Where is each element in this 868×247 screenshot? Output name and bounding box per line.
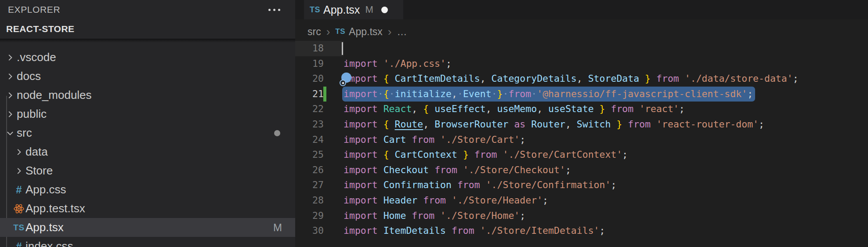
tree-item-label: docs: [17, 69, 41, 83]
line-text: import './App.css';: [324, 56, 452, 72]
folder-chevron: [4, 72, 17, 81]
line-number[interactable]: 21: [295, 87, 324, 102]
git-modified-gutter-marker: [323, 87, 326, 102]
tree-item-label: src: [17, 126, 32, 140]
tree-item-src[interactable]: src: [0, 123, 295, 142]
tree-item-label: index.css: [25, 240, 73, 247]
line-number[interactable]: 25: [295, 147, 324, 163]
code-line-26[interactable]: 26import Checkout from './Store/Checkout…: [295, 163, 868, 178]
tree-item-label: data: [25, 145, 48, 159]
code-line-25[interactable]: 25import { CartContext } from './Store/C…: [295, 147, 868, 163]
chevron-right-icon: [5, 109, 15, 119]
line-number[interactable]: 22: [295, 102, 324, 117]
tree-item-label: App.test.tsx: [25, 202, 85, 215]
tree-item-data[interactable]: data: [0, 142, 295, 161]
tree-item-store[interactable]: Store: [0, 161, 295, 180]
typescript-file-icon: TS: [307, 5, 322, 15]
file-tree: .vscodedocsnode_modulespublicsrcdataStor…: [0, 48, 295, 247]
folder-chevron: [4, 53, 17, 62]
tab-git-status: M: [365, 4, 373, 15]
explorer-sidebar: EXPLORER REACT-STORE .vscodedocsnode_mod…: [0, 0, 295, 247]
chevron-right-icon: [14, 147, 24, 157]
line-number[interactable]: 30: [295, 223, 324, 239]
code-line-24[interactable]: 24import Cart from './Store/Cart';: [295, 132, 868, 148]
typescript-file-icon: TS: [335, 27, 345, 36]
code-area: 1819import './App.css';20import { CartIt…: [295, 41, 868, 247]
code-line-20[interactable]: 20import { CartItemDetails, CategoryDeta…: [295, 71, 868, 87]
line-text: import Cart from './Store/Cart';: [324, 132, 525, 148]
tree-item-app-css[interactable]: #App.css: [0, 180, 295, 199]
tree-item-app-test-tsx[interactable]: App.test.tsx: [0, 199, 295, 218]
tree-item-label: .vscode: [17, 51, 56, 64]
chevron-right-icon: [5, 72, 15, 81]
line-number[interactable]: 28: [295, 193, 324, 208]
chevron-right-icon: [5, 53, 15, 62]
line-number[interactable]: 24: [295, 132, 324, 148]
tree-item-label: App.tsx: [25, 221, 64, 234]
code-line-23[interactable]: 23import { Route, BrowserRouter as Route…: [295, 117, 868, 132]
line-number[interactable]: 20: [295, 71, 324, 87]
line-text: import { CartContext } from './Store/Car…: [324, 147, 628, 163]
chevron-right-icon: [5, 91, 15, 100]
folder-chevron: [4, 109, 17, 119]
chevron-separator-icon: ›: [388, 25, 392, 39]
folder-chevron: [12, 147, 25, 157]
tree-item-docs[interactable]: docs: [0, 67, 295, 86]
line-text: import { Route, BrowserRouter as Router,…: [324, 117, 764, 132]
tab-app-tsx[interactable]: TS App.tsx M: [304, 0, 403, 19]
explorer-header: EXPLORER: [0, 0, 295, 19]
tree-item-node-modules[interactable]: node_modules: [0, 86, 295, 105]
chevron-separator-icon: ›: [326, 25, 330, 39]
tree-item--vscode[interactable]: .vscode: [0, 48, 295, 67]
line-number[interactable]: 19: [295, 56, 324, 72]
line-text: import React, { useEffect, useMemo, useS…: [324, 102, 685, 117]
folder-chevron: [4, 91, 17, 100]
line-number[interactable]: 29: [295, 208, 324, 224]
code-line-22[interactable]: 22import React, { useEffect, useMemo, us…: [295, 102, 868, 117]
tree-item-label: App.css: [25, 183, 66, 196]
react-file-icon: [13, 203, 25, 214]
text-cursor: [342, 42, 343, 55]
code-line-29[interactable]: 29import Home from './Store/Home';: [295, 208, 868, 224]
breadcrumb-symbol[interactable]: …: [397, 26, 407, 38]
code-line-18[interactable]: 18: [295, 41, 868, 56]
more-actions-icon[interactable]: [268, 9, 280, 11]
breadcrumb: src › TS App.tsx › …: [295, 19, 868, 44]
breadcrumb-src[interactable]: src: [307, 26, 321, 38]
text-selection: import·{·initialize,·Event·}·from·'@harn…: [342, 87, 755, 102]
unsaved-dot-icon[interactable]: [381, 7, 388, 13]
line-number[interactable]: 27: [295, 178, 324, 193]
chevron-down-icon: [5, 128, 15, 138]
typescript-file-icon: TS: [12, 223, 25, 232]
code-line-27[interactable]: 27import Confirmation from './Store/Conf…: [295, 178, 868, 193]
explorer-title: EXPLORER: [0, 4, 60, 15]
tree-item-index-css[interactable]: #index.css: [0, 237, 295, 247]
css-file-icon: #: [12, 240, 25, 247]
line-number[interactable]: 23: [295, 117, 324, 132]
code-line-21[interactable]: 21import·{·initialize,·Event·}·from·'@ha…: [295, 87, 868, 102]
tree-item-public[interactable]: public: [0, 105, 295, 123]
line-text: import Confirmation from './Store/Confir…: [324, 178, 616, 193]
breadcrumb-file[interactable]: App.tsx: [349, 26, 383, 38]
code-line-19[interactable]: 19import './App.css';: [295, 56, 868, 72]
code-line-28[interactable]: 28import Header from './Store/Header';: [295, 193, 868, 208]
project-section-header[interactable]: REACT-STORE: [0, 19, 295, 39]
line-number[interactable]: 26: [295, 163, 324, 178]
react-file-icon: [12, 203, 25, 214]
vscode-window: EXPLORER REACT-STORE .vscodedocsnode_mod…: [0, 0, 868, 247]
line-text: import { CartItemDetails, CategoryDetail…: [324, 71, 799, 87]
code-line-30[interactable]: 30import ItemDetails from './Store/ItemD…: [295, 223, 868, 239]
folder-chevron: [12, 166, 25, 176]
line-text: import Header from './Store/Header';: [324, 193, 548, 208]
modified-contents-dot: [274, 130, 280, 136]
git-modified-badge: M: [273, 222, 282, 234]
folder-chevron: [4, 128, 17, 138]
tree-item-app-tsx[interactable]: TSApp.tsxM: [0, 218, 295, 237]
editor-area: TS App.tsx M src › TS App.tsx › … 1819im…: [295, 0, 868, 247]
current-line-gutter-highlight: [295, 41, 344, 56]
tree-item-label: Store: [25, 164, 53, 178]
project-name: REACT-STORE: [6, 24, 75, 34]
line-text: import ItemDetails from './Store/ItemDet…: [324, 223, 605, 239]
tab-title: App.tsx: [323, 4, 360, 16]
chevron-right-icon: [14, 166, 24, 176]
